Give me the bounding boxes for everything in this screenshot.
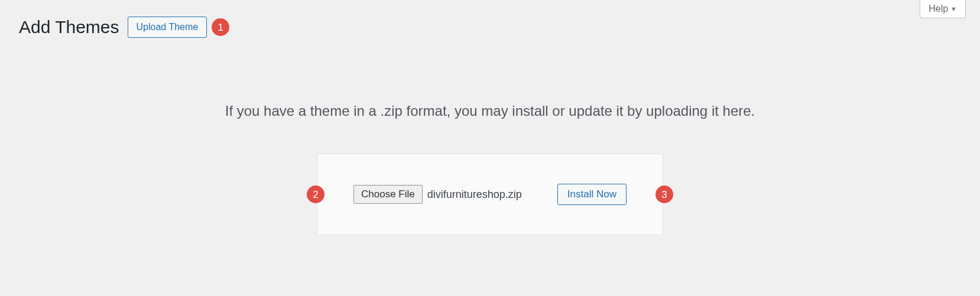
page-title: Add Themes (19, 17, 119, 37)
help-label: Help (929, 4, 948, 14)
annotation-badge-2: 2 (307, 186, 324, 203)
annotation-badge-3: 3 (656, 186, 673, 203)
selected-file-name: divifurnitureshop.zip (427, 188, 522, 201)
annotation-badge-1: 1 (212, 18, 229, 36)
page-header: Add Themes Upload Theme 1 (0, 0, 980, 38)
help-tab[interactable]: Help ▼ (920, 0, 966, 18)
install-now-button[interactable]: Install Now (557, 184, 627, 205)
upload-form-box: 2 Choose File divifurnitureshop.zip Inst… (317, 154, 663, 235)
dropdown-triangle-icon: ▼ (950, 5, 957, 12)
upload-theme-button[interactable]: Upload Theme (128, 17, 207, 38)
file-input-group: Choose File divifurnitureshop.zip (353, 185, 522, 204)
upload-instruction-text: If you have a theme in a .zip format, yo… (0, 103, 980, 119)
choose-file-button[interactable]: Choose File (353, 185, 423, 204)
